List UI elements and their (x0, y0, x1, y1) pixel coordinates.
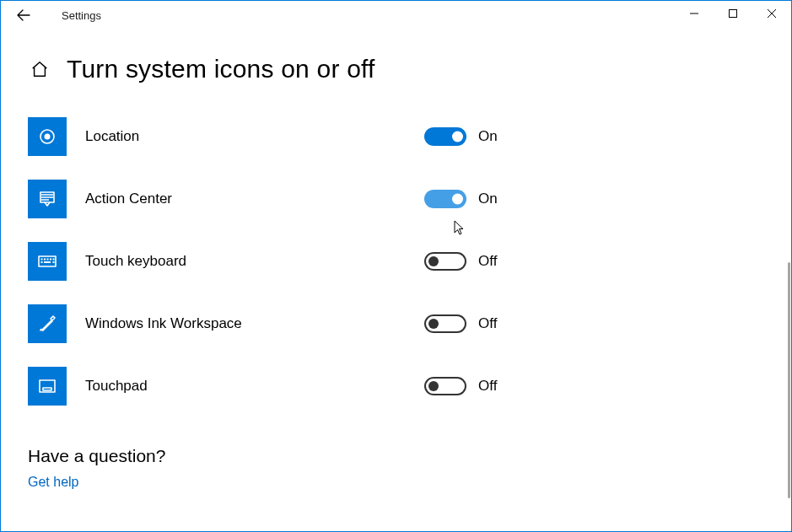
svg-rect-7 (47, 259, 49, 261)
question-heading: Have a question? (28, 446, 764, 466)
content: Turn system icons on or off LocationOnAc… (1, 30, 791, 490)
system-icon-label: Location (85, 128, 406, 145)
toggle-wrap: Off (424, 252, 497, 271)
touchpad-icon (28, 367, 67, 406)
toggle-wrap: On (424, 127, 498, 146)
toggle-state-label: On (478, 128, 498, 145)
toggle-switch[interactable] (424, 252, 466, 271)
system-icon-row: TouchpadOff (28, 367, 618, 406)
minimize-icon (689, 8, 699, 19)
toggle-knob (428, 381, 439, 391)
toggle-wrap: On (424, 190, 498, 208)
toggle-knob (428, 319, 439, 329)
titlebar: Settings (1, 1, 791, 30)
toggle-wrap: Off (424, 314, 497, 333)
page-title: Turn system icons on or off (67, 55, 375, 83)
window-controls (675, 1, 791, 30)
system-icons-list: LocationOnAction CenterOnTouch keyboardO… (28, 117, 618, 406)
toggle-state-label: Off (478, 378, 497, 395)
svg-rect-5 (41, 259, 43, 261)
system-icon-row: Action CenterOn (28, 180, 618, 218)
svg-rect-10 (41, 261, 43, 263)
home-button[interactable] (28, 57, 51, 81)
system-icon-row: Touch keyboardOff (28, 242, 618, 281)
minimize-button[interactable] (675, 1, 714, 26)
close-button[interactable] (752, 1, 791, 26)
svg-rect-6 (44, 259, 46, 261)
toggle-switch[interactable] (424, 314, 466, 333)
toggle-state-label: Off (478, 315, 497, 332)
location-icon (28, 117, 67, 156)
toggle-knob (452, 132, 463, 142)
svg-rect-0 (730, 10, 737, 18)
toggle-switch[interactable] (424, 127, 466, 146)
svg-rect-12 (53, 261, 55, 263)
scrollbar[interactable] (788, 262, 790, 498)
toggle-switch[interactable] (424, 377, 466, 395)
toggle-switch[interactable] (424, 190, 466, 208)
system-icon-label: Windows Ink Workspace (85, 315, 406, 332)
window-title: Settings (62, 9, 101, 22)
action-center-icon (28, 180, 67, 218)
svg-rect-9 (53, 259, 55, 261)
svg-point-2 (45, 134, 51, 140)
get-help-link[interactable]: Get help (28, 475, 78, 490)
toggle-state-label: Off (478, 253, 497, 270)
back-button[interactable] (9, 1, 38, 30)
toggle-knob (428, 256, 439, 266)
toggle-wrap: Off (424, 377, 497, 395)
maximize-button[interactable] (714, 1, 752, 26)
system-icon-label: Touchpad (85, 378, 406, 395)
system-icon-row: Windows Ink WorkspaceOff (28, 304, 618, 343)
maximize-icon (728, 8, 738, 19)
touch-keyboard-icon (28, 242, 67, 281)
ink-icon (28, 304, 67, 343)
toggle-knob (452, 194, 463, 205)
svg-rect-14 (43, 388, 51, 390)
system-icon-row: LocationOn (28, 117, 618, 156)
system-icon-label: Touch keyboard (85, 253, 406, 270)
home-icon (30, 60, 49, 78)
system-icon-label: Action Center (85, 191, 406, 207)
toggle-state-label: On (478, 191, 498, 207)
header: Turn system icons on or off (28, 55, 764, 83)
back-arrow-icon (16, 8, 31, 23)
svg-rect-11 (44, 261, 51, 263)
svg-rect-8 (50, 259, 51, 261)
close-icon (767, 8, 777, 19)
